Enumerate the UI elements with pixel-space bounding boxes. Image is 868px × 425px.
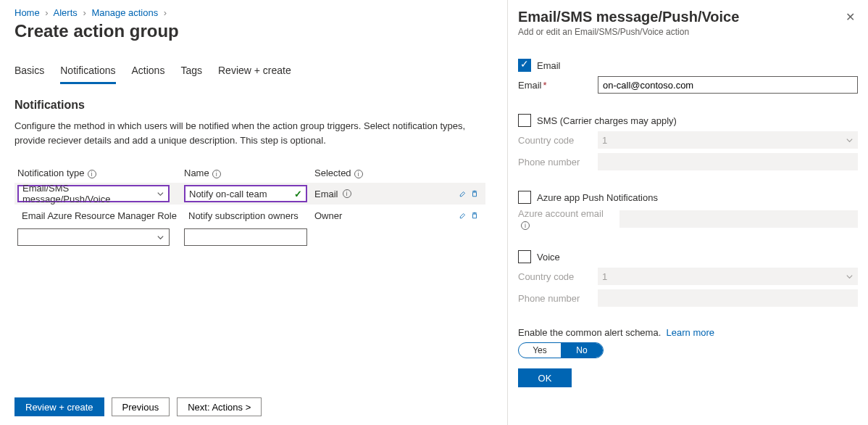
email-field[interactable]: [598, 76, 858, 94]
breadcrumb-alerts[interactable]: Alerts: [54, 7, 78, 18]
voice-country-code-field: 1: [598, 268, 858, 285]
email-checkbox[interactable]: Email: [518, 59, 858, 72]
side-panel: Email/SMS message/Push/Voice Add or edit…: [507, 0, 868, 425]
email-label: Email*: [518, 80, 591, 91]
tab-review[interactable]: Review + create: [218, 62, 291, 84]
check-icon: ✓: [294, 189, 302, 199]
table-row[interactable]: Email/SMS message/Push/Voice: [14, 183, 181, 205]
breadcrumb: Home › Alerts › Manage actions ›: [14, 7, 493, 18]
toggle-yes[interactable]: Yes: [519, 343, 561, 358]
schema-toggle[interactable]: Yes No: [518, 342, 604, 358]
col-selected: Selectedi: [312, 163, 456, 183]
chevron-right-icon: ›: [164, 7, 167, 18]
azure-email-field: [619, 210, 858, 228]
notification-name-input-empty[interactable]: [184, 228, 307, 246]
notification-name-input[interactable]: Notify on-call team ✓: [184, 185, 307, 202]
chevron-down-icon: [157, 190, 164, 198]
table-row[interactable]: Email Azure Resource Manager Role: [14, 205, 181, 226]
tab-tags[interactable]: Tags: [180, 62, 202, 84]
toggle-no[interactable]: No: [561, 343, 603, 358]
edit-icon[interactable]: [459, 188, 467, 199]
next-button[interactable]: Next: Actions >: [177, 397, 262, 416]
voice-country-code-label: Country code: [518, 271, 591, 282]
previous-button[interactable]: Previous: [112, 397, 170, 416]
review-create-button[interactable]: Review + create: [14, 397, 104, 416]
voice-phone-label: Phone number: [518, 293, 591, 304]
delete-icon[interactable]: [471, 210, 478, 221]
delete-icon[interactable]: [471, 188, 478, 199]
sms-checkbox[interactable]: SMS (Carrier charges may apply): [518, 114, 858, 127]
chevron-right-icon: ›: [83, 7, 85, 18]
voice-checkbox[interactable]: Voice: [518, 250, 858, 263]
info-icon[interactable]: i: [521, 221, 530, 230]
tabs: Basics Notifications Actions Tags Review…: [14, 62, 493, 84]
info-icon[interactable]: i: [88, 170, 96, 178]
col-type: Notification typei: [14, 163, 181, 183]
panel-title: Email/SMS message/Push/Voice: [518, 9, 739, 25]
chevron-right-icon: ›: [45, 7, 48, 18]
selected-value: Email i: [312, 183, 456, 205]
chevron-down-icon: [846, 273, 854, 281]
page-title: Create action group: [14, 21, 493, 41]
breadcrumb-manage[interactable]: Manage actions: [91, 7, 158, 18]
notifications-grid: Notification typei Namei Selectedi Email…: [14, 163, 493, 248]
tab-notifications[interactable]: Notifications: [60, 62, 115, 84]
phone-label: Phone number: [518, 157, 591, 168]
push-checkbox[interactable]: Azure app Push Notifications: [518, 191, 858, 204]
section-heading: Notifications: [14, 99, 493, 112]
close-icon[interactable]: ✕: [843, 9, 858, 25]
info-icon[interactable]: i: [343, 189, 351, 198]
tab-basics[interactable]: Basics: [14, 62, 44, 84]
schema-text: Enable the common alert schema. Learn mo…: [518, 327, 858, 338]
info-icon[interactable]: i: [212, 170, 221, 178]
voice-phone-field: [598, 289, 858, 307]
country-code-label: Country code: [518, 135, 591, 146]
chevron-down-icon: [157, 234, 164, 242]
info-icon[interactable]: i: [354, 170, 363, 178]
ok-button[interactable]: OK: [518, 368, 572, 387]
country-code-field: 1: [598, 131, 858, 149]
breadcrumb-home[interactable]: Home: [14, 7, 40, 18]
chevron-down-icon: [846, 136, 854, 144]
edit-icon[interactable]: [459, 210, 467, 221]
learn-more-link[interactable]: Learn more: [667, 327, 714, 338]
panel-subtitle: Add or edit an Email/SMS/Push/Voice acti…: [518, 27, 739, 37]
notification-type-select[interactable]: Email/SMS message/Push/Voice: [17, 185, 170, 202]
footer-bar: Review + create Previous Next: Actions >: [14, 397, 262, 416]
azure-email-label: Azure account email i: [518, 208, 612, 230]
col-name: Namei: [181, 163, 312, 183]
phone-field: [598, 153, 858, 170]
tab-actions[interactable]: Actions: [132, 62, 165, 84]
notification-type-select-empty[interactable]: [17, 228, 170, 246]
selected-value: Owner: [312, 205, 456, 226]
section-description: Configure the method in which users will…: [14, 119, 478, 147]
